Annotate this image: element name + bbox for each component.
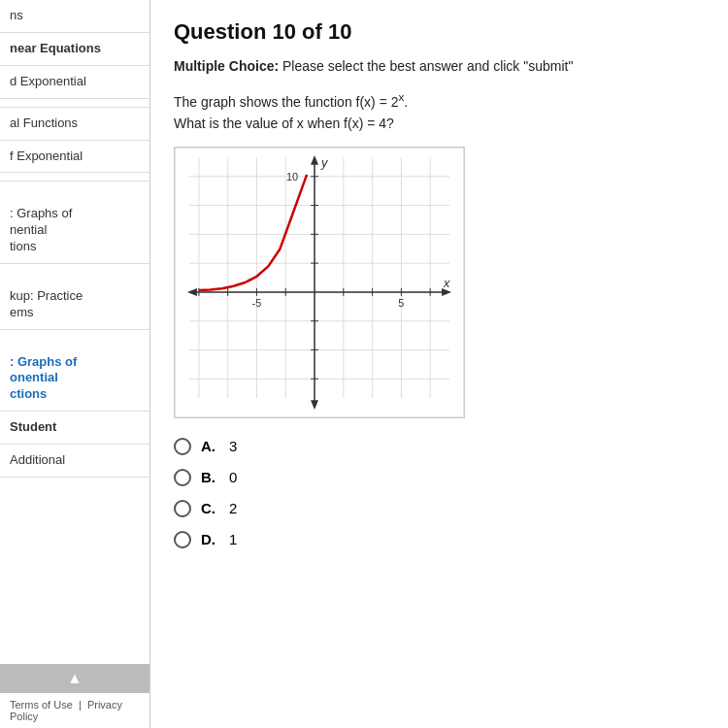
choice-A[interactable]: A. 3 [174,438,705,455]
radio-A[interactable] [174,438,191,455]
choice-A-value: 3 [229,438,237,454]
radio-C[interactable] [174,500,191,517]
question-text1: The graph shows the function f(x) = 2x. [174,90,705,110]
radio-B[interactable] [174,469,191,486]
choice-D[interactable]: D. 1 [174,531,705,548]
main-content: Question 10 of 10 Multiple Choice: Pleas… [150,0,728,728]
choice-D-value: 1 [229,531,237,547]
choice-C-value: 2 [229,500,237,516]
choice-B-value: 0 [229,469,237,485]
sidebar-links: Terms of Use | Privacy Policy [0,693,149,728]
sidebar-item-spacer2 [0,173,149,182]
graph-container: y x 10 -5 5 [174,147,465,418]
sidebar-item-graphs-of[interactable]: : Graphs of nential tions [0,182,149,264]
sidebar-item-graphs-active[interactable]: : Graphs of onential ctions [0,330,149,413]
sidebar-arrow-button[interactable]: ▲ [0,664,149,693]
svg-text:10: 10 [286,170,298,182]
sidebar-item-ns[interactable]: ns [0,0,149,33]
instruction-text: Please select the best answer and click … [282,58,573,74]
choice-C-label: C. [201,500,215,516]
sidebar-item-al-functions[interactable]: al Functions [0,108,149,141]
svg-text:-5: -5 [252,296,262,308]
terms-of-use-link[interactable]: Terms of Use [10,699,73,711]
sidebar-item-linear-equations[interactable]: near Equations [0,33,149,66]
svg-text:x: x [443,276,450,290]
choice-B[interactable]: B. 0 [174,469,705,486]
sidebar-item-student[interactable]: Student [0,412,149,445]
sidebar-item-exponential[interactable]: d Exponential [0,66,149,99]
sidebar-item-f-exponential[interactable]: f Exponential [0,141,149,174]
choice-C[interactable]: C. 2 [174,500,705,517]
choice-A-label: A. [201,438,215,454]
choice-D-label: D. [201,531,215,547]
graph-svg: y x 10 -5 5 [175,148,464,417]
question-title: Question 10 of 10 [174,19,705,45]
svg-rect-0 [175,148,464,417]
svg-text:5: 5 [398,296,404,308]
instruction-prefix: Multiple Choice: [174,58,279,74]
sidebar-item-kup-practice[interactable]: kup: Practice ems [0,264,149,330]
question-instruction: Multiple Choice: Please select the best … [174,56,705,77]
sidebar-item-additional[interactable]: Additional [0,445,149,478]
answer-choices: A. 3 B. 0 C. 2 D. 1 [174,438,705,548]
radio-D[interactable] [174,531,191,548]
question-text2: What is the value of x when f(x) = 4? [174,116,705,131]
sidebar: ns near Equations d Exponential al Funct… [0,0,150,728]
sidebar-footer: ▲ Terms of Use | Privacy Policy [0,664,149,728]
choice-B-label: B. [201,469,215,485]
sidebar-item-spacer [0,99,149,108]
